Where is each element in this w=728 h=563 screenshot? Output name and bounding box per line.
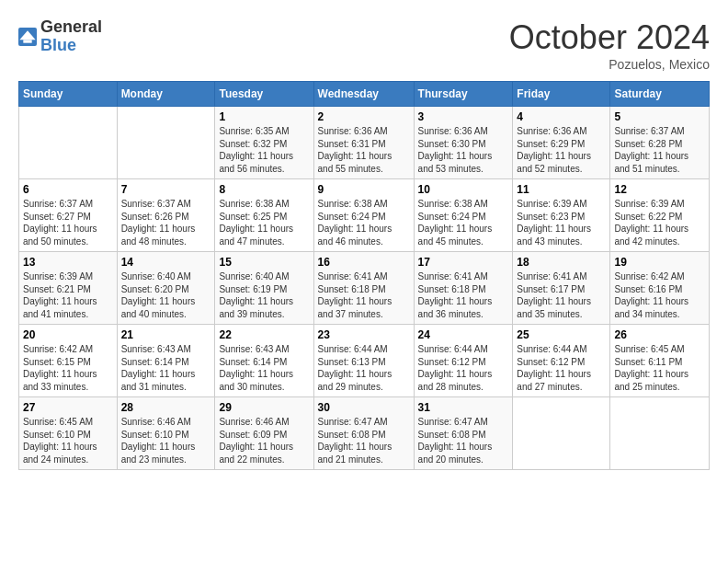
calendar-cell: 2Sunrise: 6:36 AMSunset: 6:31 PMDaylight… [313,107,414,179]
day-info: Sunrise: 6:46 AMSunset: 6:10 PMDaylight:… [121,416,211,465]
day-header-sunday: Sunday [19,82,118,107]
day-number: 28 [121,401,211,414]
day-info: Sunrise: 6:43 AMSunset: 6:14 PMDaylight:… [219,343,309,393]
day-number: 6 [23,183,113,196]
day-info: Sunrise: 6:44 AMSunset: 6:12 PMDaylight:… [517,343,606,393]
calendar-cell [117,107,215,179]
day-number: 22 [219,328,309,341]
day-number: 29 [219,401,309,414]
calendar-cell: 13Sunrise: 6:39 AMSunset: 6:21 PMDayligh… [19,252,118,325]
day-info: Sunrise: 6:41 AMSunset: 6:18 PMDaylight:… [318,270,410,320]
day-number: 26 [614,328,705,341]
day-header-saturday: Saturday [610,82,710,107]
calendar-cell: 16Sunrise: 6:41 AMSunset: 6:18 PMDayligh… [313,252,414,325]
day-number: 30 [318,401,410,414]
calendar-cell: 31Sunrise: 6:47 AMSunset: 6:08 PMDayligh… [414,397,513,470]
day-number: 2 [318,110,410,123]
day-info: Sunrise: 6:36 AMSunset: 6:30 PMDaylight:… [418,125,509,175]
day-header-tuesday: Tuesday [215,82,313,107]
day-number: 1 [219,110,309,123]
calendar-week-1: 1Sunrise: 6:35 AMSunset: 6:32 PMDaylight… [19,107,710,179]
day-number: 7 [121,183,211,196]
calendar-cell: 30Sunrise: 6:47 AMSunset: 6:08 PMDayligh… [313,397,414,470]
day-info: Sunrise: 6:41 AMSunset: 6:18 PMDaylight:… [418,270,509,320]
calendar-table: SundayMondayTuesdayWednesdayThursdayFrid… [18,81,710,470]
day-number: 9 [318,183,410,196]
day-info: Sunrise: 6:47 AMSunset: 6:08 PMDaylight:… [418,416,509,465]
day-number: 10 [418,183,509,196]
day-info: Sunrise: 6:37 AMSunset: 6:28 PMDaylight:… [614,125,705,175]
day-info: Sunrise: 6:46 AMSunset: 6:09 PMDaylight:… [219,416,309,465]
day-number: 4 [517,110,606,123]
day-info: Sunrise: 6:37 AMSunset: 6:26 PMDaylight:… [121,198,211,247]
day-info: Sunrise: 6:36 AMSunset: 6:31 PMDaylight:… [318,125,410,175]
day-header-wednesday: Wednesday [313,82,414,107]
day-number: 19 [614,256,705,269]
day-number: 23 [318,328,410,341]
day-header-monday: Monday [117,82,215,107]
day-info: Sunrise: 6:44 AMSunset: 6:12 PMDaylight:… [418,343,509,393]
calendar-cell [19,107,118,179]
calendar-cell: 7Sunrise: 6:37 AMSunset: 6:26 PMDaylight… [117,179,215,252]
day-number: 3 [418,110,509,123]
calendar-cell: 18Sunrise: 6:41 AMSunset: 6:17 PMDayligh… [513,252,610,325]
calendar-cell: 5Sunrise: 6:37 AMSunset: 6:28 PMDaylight… [610,107,710,179]
day-info: Sunrise: 6:47 AMSunset: 6:08 PMDaylight:… [318,416,410,465]
day-number: 13 [23,256,113,269]
calendar-cell [513,397,610,470]
page-header: General Blue October 2024 Pozuelos, Mexi… [18,18,710,72]
calendar-cell: 21Sunrise: 6:43 AMSunset: 6:14 PMDayligh… [117,325,215,397]
day-number: 15 [219,256,309,269]
logo-blue-text: Blue [40,37,102,55]
day-info: Sunrise: 6:37 AMSunset: 6:27 PMDaylight:… [23,198,113,247]
day-number: 12 [614,183,705,196]
calendar-cell: 23Sunrise: 6:44 AMSunset: 6:13 PMDayligh… [313,325,414,397]
day-number: 5 [614,110,705,123]
calendar-cell: 8Sunrise: 6:38 AMSunset: 6:25 PMDaylight… [215,179,313,252]
day-info: Sunrise: 6:35 AMSunset: 6:32 PMDaylight:… [219,125,309,175]
calendar-cell: 25Sunrise: 6:44 AMSunset: 6:12 PMDayligh… [513,325,610,397]
day-info: Sunrise: 6:39 AMSunset: 6:23 PMDaylight:… [517,198,606,247]
calendar-cell: 24Sunrise: 6:44 AMSunset: 6:12 PMDayligh… [414,325,513,397]
day-number: 24 [418,328,509,341]
calendar-cell: 29Sunrise: 6:46 AMSunset: 6:09 PMDayligh… [215,397,313,470]
day-number: 16 [318,256,410,269]
logo-general-text: General [40,18,102,37]
calendar-cell: 20Sunrise: 6:42 AMSunset: 6:15 PMDayligh… [19,325,118,397]
calendar-cell: 11Sunrise: 6:39 AMSunset: 6:23 PMDayligh… [513,179,610,252]
calendar-cell: 1Sunrise: 6:35 AMSunset: 6:32 PMDaylight… [215,107,313,179]
day-number: 18 [517,256,606,269]
calendar-week-2: 6Sunrise: 6:37 AMSunset: 6:27 PMDaylight… [19,179,710,252]
calendar-cell: 12Sunrise: 6:39 AMSunset: 6:22 PMDayligh… [610,179,710,252]
calendar-cell: 14Sunrise: 6:40 AMSunset: 6:20 PMDayligh… [117,252,215,325]
day-number: 27 [23,401,113,414]
logo: General Blue [18,18,102,55]
calendar-cell: 26Sunrise: 6:45 AMSunset: 6:11 PMDayligh… [610,325,710,397]
day-info: Sunrise: 6:40 AMSunset: 6:19 PMDaylight:… [219,270,309,320]
logo-icon [18,28,37,46]
day-info: Sunrise: 6:40 AMSunset: 6:20 PMDaylight:… [121,270,211,320]
calendar-cell: 27Sunrise: 6:45 AMSunset: 6:10 PMDayligh… [19,397,118,470]
location-subtitle: Pozuelos, Mexico [509,57,710,72]
day-info: Sunrise: 6:42 AMSunset: 6:15 PMDaylight:… [23,343,113,393]
calendar-cell: 3Sunrise: 6:36 AMSunset: 6:30 PMDaylight… [414,107,513,179]
calendar-cell [610,397,710,470]
day-number: 21 [121,328,211,341]
day-info: Sunrise: 6:39 AMSunset: 6:22 PMDaylight:… [614,198,705,247]
day-info: Sunrise: 6:43 AMSunset: 6:14 PMDaylight:… [121,343,211,393]
day-info: Sunrise: 6:39 AMSunset: 6:21 PMDaylight:… [23,270,113,320]
calendar-week-5: 27Sunrise: 6:45 AMSunset: 6:10 PMDayligh… [19,397,710,470]
calendar-header-row: SundayMondayTuesdayWednesdayThursdayFrid… [19,82,710,107]
calendar-week-3: 13Sunrise: 6:39 AMSunset: 6:21 PMDayligh… [19,252,710,325]
day-info: Sunrise: 6:36 AMSunset: 6:29 PMDaylight:… [517,125,606,175]
day-number: 11 [517,183,606,196]
calendar-cell: 15Sunrise: 6:40 AMSunset: 6:19 PMDayligh… [215,252,313,325]
day-info: Sunrise: 6:38 AMSunset: 6:24 PMDaylight:… [318,198,410,247]
calendar-cell: 28Sunrise: 6:46 AMSunset: 6:10 PMDayligh… [117,397,215,470]
month-title: October 2024 [509,18,710,57]
calendar-cell: 4Sunrise: 6:36 AMSunset: 6:29 PMDaylight… [513,107,610,179]
day-number: 20 [23,328,113,341]
calendar-cell: 9Sunrise: 6:38 AMSunset: 6:24 PMDaylight… [313,179,414,252]
calendar-cell: 6Sunrise: 6:37 AMSunset: 6:27 PMDaylight… [19,179,118,252]
day-header-friday: Friday [513,82,610,107]
